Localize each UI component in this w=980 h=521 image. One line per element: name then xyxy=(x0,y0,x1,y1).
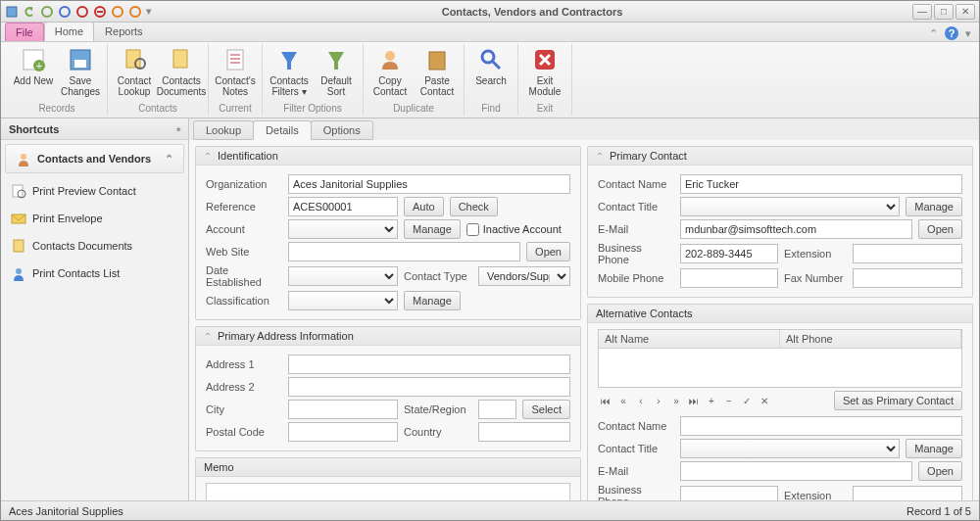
alt-contacts-title: Alternative Contacts xyxy=(596,308,692,319)
nav-first-icon[interactable]: ⏮ xyxy=(598,393,613,408)
help-icon[interactable]: ? xyxy=(944,25,959,41)
svg-text:?: ? xyxy=(949,27,956,39)
contact-title-select[interactable] xyxy=(680,197,900,216)
pin-icon[interactable]: ⭑ xyxy=(176,123,180,135)
classification-select[interactable] xyxy=(288,291,398,310)
city-field[interactable] xyxy=(288,400,398,419)
open-website-button[interactable]: Open xyxy=(526,242,570,261)
undo-icon[interactable] xyxy=(23,5,36,19)
collapse-icon[interactable]: ⌃ xyxy=(204,151,212,162)
prev-icon[interactable] xyxy=(93,5,107,19)
svg-line-25 xyxy=(493,62,500,69)
contacts-documents-button[interactable]: Contacts Documents xyxy=(159,44,204,101)
sidebar-print-envelope[interactable]: Print Envelope xyxy=(1,205,188,232)
contact-name-field[interactable] xyxy=(680,174,962,194)
first-icon[interactable] xyxy=(75,5,89,19)
sidebar-header[interactable]: Contacts and Vendors⌃ xyxy=(5,144,184,173)
inactive-checkbox[interactable] xyxy=(466,223,479,236)
organization-field[interactable] xyxy=(288,174,570,194)
alt-open-button[interactable]: Open xyxy=(918,461,962,481)
tab-details[interactable]: Details xyxy=(253,120,312,140)
tab-options[interactable]: Options xyxy=(311,120,373,140)
refresh-icon[interactable] xyxy=(58,5,72,19)
nav-ok-icon[interactable]: ✓ xyxy=(739,393,755,408)
file-tab[interactable]: File xyxy=(5,23,44,41)
svg-rect-5 xyxy=(97,11,103,13)
contacts-notes-button[interactable]: Contact's Notes xyxy=(213,44,258,101)
business-phone-field[interactable] xyxy=(680,244,778,263)
maximize-button[interactable]: □ xyxy=(934,4,954,20)
redo-icon[interactable] xyxy=(40,5,54,19)
nav-remove-icon[interactable]: − xyxy=(721,393,737,408)
alt-ext-field[interactable] xyxy=(853,486,962,500)
collapse-icon[interactable]: ⌃ xyxy=(204,331,212,342)
sidebar-print-preview[interactable]: Print Preview Contact xyxy=(1,177,188,205)
svg-point-1 xyxy=(42,7,52,17)
nav-next-page-icon[interactable]: » xyxy=(668,393,684,408)
contact-type-select[interactable]: Vendors/Suppliers xyxy=(478,266,570,286)
save-changes-button[interactable]: Save Changes xyxy=(58,44,103,101)
home-tab[interactable]: Home xyxy=(44,22,94,41)
email-field[interactable] xyxy=(680,219,912,239)
reports-tab[interactable]: Reports xyxy=(94,22,154,41)
contacts-filters-button[interactable]: Contacts Filters ▾ xyxy=(267,44,312,101)
collapse-ribbon-icon[interactable]: ⌃ xyxy=(929,27,938,40)
extension-field[interactable] xyxy=(853,244,962,263)
search-button[interactable]: Search xyxy=(468,44,514,101)
fax-field[interactable] xyxy=(853,268,962,288)
country-field[interactable] xyxy=(478,422,570,442)
website-field[interactable] xyxy=(288,242,520,261)
nav-prev-icon[interactable]: ‹ xyxy=(633,393,649,408)
sidebar-contacts-documents[interactable]: Contacts Documents xyxy=(1,232,188,260)
alt-email-field[interactable] xyxy=(680,461,912,481)
auto-button[interactable]: Auto xyxy=(404,197,444,216)
account-select[interactable] xyxy=(288,219,398,239)
svg-rect-14 xyxy=(74,60,86,68)
nav-add-icon[interactable]: + xyxy=(704,393,719,408)
svg-point-7 xyxy=(130,7,140,17)
alt-title-select[interactable] xyxy=(680,439,900,458)
nav-next-icon[interactable]: › xyxy=(651,393,666,408)
next-icon[interactable] xyxy=(111,5,124,19)
svg-rect-17 xyxy=(173,50,187,68)
tab-lookup[interactable]: Lookup xyxy=(193,120,254,140)
manage-class-button[interactable]: Manage xyxy=(404,291,461,310)
alt-name-field[interactable] xyxy=(680,416,962,436)
minimize-button[interactable]: — xyxy=(912,4,932,20)
exit-module-button[interactable]: Exit Module xyxy=(522,44,567,101)
close-button[interactable]: ✕ xyxy=(956,4,975,20)
address1-field[interactable] xyxy=(288,355,570,374)
manage-account-button[interactable]: Manage xyxy=(404,219,461,239)
select-state-button[interactable]: Select xyxy=(522,400,570,419)
address-title: Primary Address Information xyxy=(218,330,354,342)
nav-last-icon[interactable]: ⏭ xyxy=(686,393,702,408)
alt-contacts-grid[interactable]: Alt NameAlt Phone xyxy=(598,329,962,388)
manage-title-button[interactable]: Manage xyxy=(906,197,962,216)
save-icon[interactable] xyxy=(5,5,19,19)
open-email-button[interactable]: Open xyxy=(918,219,962,239)
nav-cancel-icon[interactable]: ✕ xyxy=(757,393,772,408)
nav-prev-page-icon[interactable]: « xyxy=(615,393,631,408)
reference-field[interactable] xyxy=(288,197,398,216)
copy-contact-button[interactable]: Copy Contact xyxy=(368,44,413,101)
memo-textarea[interactable] xyxy=(206,483,570,500)
default-sort-button[interactable]: Default Sort xyxy=(314,44,359,101)
sidebar-print-contacts-list[interactable]: Print Contacts List xyxy=(1,260,188,287)
alt-bphone-field[interactable] xyxy=(680,486,778,500)
contact-lookup-button[interactable]: Contact Lookup xyxy=(112,44,157,101)
last-icon[interactable] xyxy=(128,5,142,19)
svg-rect-0 xyxy=(7,7,17,17)
postal-field[interactable] xyxy=(288,422,398,442)
mobile-phone-field[interactable] xyxy=(680,268,778,288)
svg-rect-31 xyxy=(14,240,24,252)
date-established-select[interactable] xyxy=(288,266,398,286)
set-primary-button[interactable]: Set as Primary Contact xyxy=(834,391,962,410)
alt-manage-button[interactable]: Manage xyxy=(906,439,962,458)
collapse-icon[interactable]: ⌃ xyxy=(596,151,604,162)
state-field[interactable] xyxy=(478,400,516,419)
add-new-button[interactable]: +Add New xyxy=(11,44,56,101)
address2-field[interactable] xyxy=(288,377,570,397)
check-button[interactable]: Check xyxy=(450,197,498,216)
svg-rect-23 xyxy=(429,52,445,70)
paste-contact-button[interactable]: Paste Contact xyxy=(415,44,460,101)
